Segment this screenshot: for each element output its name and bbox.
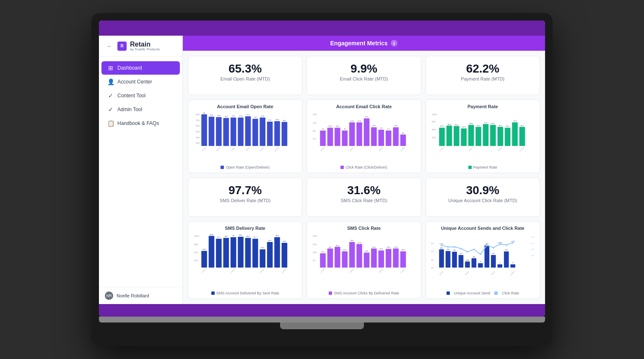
svg-text:20.9: 20.9 [380, 248, 383, 250]
svg-text:60%: 60% [196, 125, 200, 127]
chart-email-open-rate: Account Email Open Rate 80% 70% 60% 50% … [188, 99, 302, 173]
svg-text:1.2%: 1.2% [530, 243, 534, 245]
svg-text:208: 208 [466, 260, 468, 261]
chart-unique-account: Unique Account Sends and Click Rate 1.4%… [426, 221, 540, 299]
svg-text:65.3: 65.3 [477, 125, 480, 127]
svg-text:95.6: 95.6 [268, 240, 272, 242]
svg-text:74.4: 74.4 [224, 116, 228, 117]
svg-text:98.6: 98.6 [275, 235, 279, 237]
dashboard-icon: ⊞ [107, 65, 114, 71]
svg-rect-108 [216, 239, 222, 268]
svg-point-202 [480, 253, 481, 255]
sidebar-item-handbook[interactable]: 📋 Handbook & FAQs [101, 117, 180, 130]
svg-text:7%: 7% [313, 138, 316, 140]
svg-rect-148 [364, 252, 370, 268]
svg-text:1.2%: 1.2% [439, 243, 443, 245]
chart-area: 100% 80% 60% 40% 63.9 66.8 65.8 [430, 112, 535, 164]
svg-text:12/2024: 12/2024 [400, 146, 406, 152]
chart-legend: Payment Rate [430, 165, 535, 169]
chart-title: SMS Click Rate [311, 226, 416, 231]
sidebar-item-admin-tool[interactable]: ✓ Admin Tool [101, 103, 180, 116]
chart-sms-click-rate: SMS Click Rate 35% 25% 15% 5% 18.1 23.7 [306, 221, 421, 299]
svg-text:96%: 96% [194, 252, 198, 254]
svg-text:800: 800 [431, 243, 434, 245]
metric-label: SMS Deliver Rate (MTD) [220, 198, 271, 203]
svg-text:100%: 100% [194, 235, 200, 237]
info-icon[interactable]: ℹ [391, 40, 397, 47]
svg-text:73.5: 73.5 [254, 117, 257, 118]
svg-rect-116 [245, 238, 251, 268]
svg-rect-74 [446, 126, 452, 146]
svg-text:12/2024: 12/2024 [281, 268, 287, 273]
metric-card-sms-deliver: 97.7% SMS Deliver Rate (MTD) [188, 177, 302, 217]
svg-text:74.8: 74.8 [513, 120, 517, 122]
svg-rect-176 [452, 252, 457, 268]
svg-text:1/2024: 1/2024 [439, 271, 444, 276]
svg-rect-120 [260, 249, 265, 267]
svg-rect-186 [484, 245, 489, 268]
svg-rect-24 [267, 122, 273, 146]
sidebar-item-account-center[interactable]: 👤 Account Center [101, 75, 180, 88]
svg-rect-88 [497, 127, 503, 146]
legend-label: SMS Account Delivered By Sent Rate [216, 291, 279, 295]
svg-rect-62 [400, 135, 406, 146]
svg-text:29.6: 29.6 [351, 240, 354, 242]
svg-text:90.5: 90.5 [261, 247, 264, 249]
chart-legend: SMS Account Clicks By Delivered Rate [311, 291, 416, 295]
svg-text:10: 10 [322, 128, 324, 130]
svg-text:80%: 80% [432, 121, 436, 123]
admin-icon: ✓ [107, 106, 114, 113]
svg-rect-28 [282, 122, 288, 146]
svg-text:9/2024: 9/2024 [379, 147, 384, 152]
legend-label: Open Rate (Open/Deliver) [226, 165, 270, 169]
back-button[interactable]: ← [105, 43, 114, 49]
metric-label: Email Open Rate (MTD) [221, 76, 270, 81]
svg-text:10.4: 10.4 [372, 125, 376, 127]
svg-rect-106 [209, 236, 215, 268]
svg-rect-150 [371, 248, 377, 267]
svg-text:12/2024: 12/2024 [510, 271, 515, 276]
svg-text:66.2: 66.2 [283, 120, 286, 122]
svg-rect-16 [238, 117, 244, 146]
metric-card-sms-click: 31.6% SMS Click Rate (MTD) [306, 177, 421, 217]
svg-text:10.3: 10.3 [329, 125, 332, 127]
chart-email-click-rate: Account Email Click Rate 13% 11% 9% 7% 1… [306, 99, 421, 173]
svg-rect-140 [335, 247, 340, 268]
svg-text:11/2024: 11/2024 [274, 146, 280, 152]
sidebar-item-content-tool[interactable]: ✓ Content Tool [101, 89, 180, 102]
svg-rect-82 [475, 127, 481, 146]
chart-area: 1.4% 1.2% 1.0% 0.8% 800 600 400 200 [430, 233, 535, 289]
svg-text:417: 417 [460, 253, 462, 255]
svg-text:1/2024: 1/2024 [320, 147, 325, 152]
svg-text:11.8: 11.8 [358, 120, 361, 122]
svg-text:75: 75 [479, 261, 481, 263]
svg-rect-188 [491, 255, 496, 268]
svg-rect-56 [379, 130, 384, 146]
svg-rect-118 [252, 239, 258, 268]
svg-text:9.7: 9.7 [387, 128, 390, 130]
svg-point-197 [447, 246, 449, 248]
app-name: Retain [130, 41, 151, 48]
svg-text:98.2: 98.2 [224, 236, 228, 237]
sidebar-item-label: Admin Tool [117, 107, 142, 112]
svg-text:7/2024: 7/2024 [245, 147, 250, 152]
svg-rect-184 [478, 263, 483, 268]
svg-text:9/2024: 9/2024 [379, 268, 384, 273]
metric-label: Unique Account Click Rate (MTD) [448, 198, 517, 203]
svg-rect-126 [282, 243, 288, 268]
svg-rect-124 [274, 237, 280, 267]
chart-legend: Click Rate (Click/Deliver) [311, 165, 416, 169]
svg-text:1.22%: 1.22% [497, 242, 502, 244]
svg-text:9/2024: 9/2024 [260, 147, 265, 152]
chart-title: Unique Account Sends and Click Rate [430, 226, 535, 231]
chart-area: 80% 70% 60% 50% 40% 30% 80 76.3 [192, 112, 298, 164]
svg-text:98%: 98% [194, 244, 198, 246]
svg-text:69.5: 69.5 [491, 123, 495, 125]
legend-label-click: Click Rate [502, 291, 519, 295]
svg-text:100%: 100% [432, 114, 437, 116]
sidebar-item-dashboard[interactable]: ⊞ Dashboard [101, 61, 180, 75]
svg-text:35%: 35% [313, 235, 317, 237]
svg-text:9.8: 9.8 [380, 127, 382, 129]
svg-rect-182 [471, 258, 476, 268]
account-icon: 👤 [107, 78, 114, 85]
